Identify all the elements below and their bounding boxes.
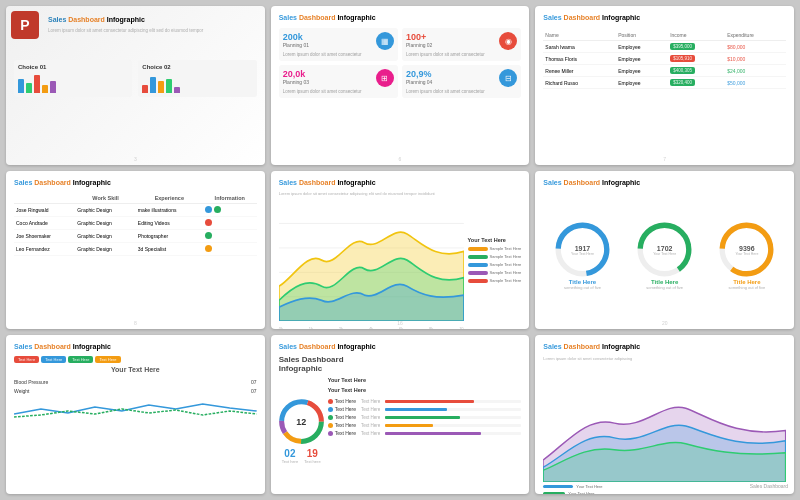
plan-label-3: Planning 03	[283, 79, 309, 85]
slide-8-title: Sales Dashboard Infographic	[279, 343, 522, 351]
employee-name: Richard Russo	[543, 77, 616, 89]
dot-5	[328, 431, 333, 436]
donut-sub-2: something out of five	[626, 285, 704, 290]
data-sublabel-4: Text Here	[361, 423, 380, 428]
plan-card-1: 200k Planning 01 ▦ Lorem ipsum dolor sit…	[279, 28, 398, 61]
data-items: Your Text Here Your Text Here Text Here …	[328, 377, 522, 486]
plan-number-2: 100+	[406, 32, 432, 42]
big-num-label-1: Text here	[282, 459, 298, 464]
employee-income: $395,000	[668, 41, 725, 53]
donut-text-1: Your Text Here	[571, 251, 594, 255]
dot-2	[328, 407, 333, 412]
plan-number-1: 200k	[283, 32, 309, 42]
employee-name: Thomas Floris	[543, 53, 616, 65]
data-sublabel-1: Text Here	[361, 399, 380, 404]
employee-name: Renee Miller	[543, 65, 616, 77]
col-position: Position	[616, 30, 668, 41]
person-name: Joe Shoemaker	[14, 230, 75, 243]
slide-number: 20	[662, 320, 668, 326]
health-val-1: 07	[242, 379, 257, 385]
legend-item-1: Sample Text Here	[468, 246, 522, 251]
tag-3: Text Here	[68, 356, 93, 363]
slide-number: 6	[399, 156, 402, 162]
person-skill: Graphic Design	[75, 217, 135, 230]
person-checks	[203, 204, 257, 217]
slide-8-main-title: Sales DashboardInfographic	[279, 356, 522, 374]
tag-2: Text Here	[41, 356, 66, 363]
donuts-container: 1917 Your Text Here Title Here something…	[543, 191, 786, 321]
big-num-1: 02 Text here	[282, 448, 298, 464]
person-skill: Graphic Design	[75, 204, 135, 217]
legend-color	[468, 279, 488, 283]
big-num-label-2: Text here	[304, 459, 320, 464]
list-item: Joe Shoemaker Graphic Design Photographe…	[14, 230, 257, 243]
slide-number: 3	[134, 156, 137, 162]
data-bar-1	[385, 400, 521, 403]
data-bar-3	[385, 416, 521, 419]
slide-1-title: Sales Dashboard Infographic	[48, 16, 257, 24]
donut-1: 1917 Your Text Here Title Here something…	[543, 222, 621, 290]
slide-2-title: Sales Dashboard Infographic	[279, 14, 522, 22]
donut-text-2: Your Text Here	[653, 251, 676, 255]
plan-icon-1: ▦	[376, 32, 394, 50]
person-skill: Graphic Design	[75, 230, 135, 243]
health-label-1: Blood Pressure	[14, 379, 59, 385]
dot-1	[328, 399, 333, 404]
plan-desc-2: Lorem ipsum dolor sit amet consectetur	[406, 52, 517, 57]
person-skill: Graphic Design	[75, 243, 135, 256]
health-bars: Blood Pressure 07 Weight 07	[14, 379, 257, 486]
data-item-2: Text Here Text Here	[328, 406, 522, 412]
plan-number-4: 20,9%	[406, 69, 432, 79]
bar	[174, 87, 180, 93]
person-name: Jose Ringwald	[14, 204, 75, 217]
person-exp: Photographer	[136, 230, 203, 243]
bar	[34, 75, 40, 93]
person-exp: make illustrations	[136, 204, 203, 217]
main-label: Your Text Here	[14, 366, 257, 373]
list-item: Leo Fernandez Graphic Design 3d Speciali…	[14, 243, 257, 256]
col-experience: Experience	[136, 193, 203, 204]
col-expenditure: Expenditure	[725, 30, 786, 41]
big-num-2: 19 Text here	[304, 448, 320, 464]
legend-label: Sample Text Here	[490, 270, 522, 275]
donut-center-num: 12	[296, 417, 306, 427]
person-name: Leo Fernandez	[14, 243, 75, 256]
employee-table: Name Position Income Expenditure Sarah I…	[543, 30, 786, 89]
area-chart: 0k1k2k4k6k8k10	[279, 199, 464, 321]
bar	[50, 81, 56, 93]
powerpoint-icon: P	[11, 11, 39, 39]
plan-label-2: Planning 02	[406, 42, 432, 48]
plan-card-3: 20,0k Planning 03 ⊞ Lorem ipsum dolor si…	[279, 65, 398, 98]
employee-exp: $10,000	[725, 53, 786, 65]
slide-6-title: Sales Dashboard Infographic	[543, 179, 786, 187]
slide-5-title: Sales Dashboard Infographic	[279, 179, 522, 187]
legend-color	[468, 263, 488, 267]
choices-container: Choice 01 Choice 02	[14, 60, 257, 97]
legend-title: Your Text Here	[468, 237, 522, 243]
legend-label: Sample Text Here	[490, 278, 522, 283]
data-sublabel-3: Text Here	[361, 415, 380, 420]
tag-4: Text Here	[95, 356, 120, 363]
donut-sub-1: something out of five	[543, 285, 621, 290]
slide-6: Sales Dashboard Infographic 1917 Your Te…	[535, 171, 794, 330]
skills-table: Work Skill Experience Information Jose R…	[14, 193, 257, 256]
donut-2: 1702 Your Text Here Title Here something…	[626, 222, 704, 290]
slide-8: Sales Dashboard Infographic Sales Dashbo…	[271, 335, 530, 494]
donut-chart-1: 1917 Your Text Here	[555, 222, 610, 277]
employee-exp: $50,000	[725, 77, 786, 89]
data-item-5: Text Here Text Here	[328, 430, 522, 436]
col-skill: Work Skill	[75, 193, 135, 204]
slide-1: P Sales Dashboard Infographic Lorem ipsu…	[6, 6, 265, 165]
plan-label-1: Planning 01	[283, 42, 309, 48]
line-chart-small	[14, 399, 257, 419]
list-item: Jose Ringwald Graphic Design make illust…	[14, 204, 257, 217]
employee-position: Employee	[616, 77, 668, 89]
person-exp: Editing Videos	[136, 217, 203, 230]
health-item-2: Weight 07	[14, 388, 257, 394]
employee-exp: $80,000	[725, 41, 786, 53]
donut-chart-2: 1702 Your Text Here	[637, 222, 692, 277]
legend-label: Sample Text Here	[490, 262, 522, 267]
dot-3	[328, 415, 333, 420]
slide-2: Sales Dashboard Infographic 200k Plannin…	[271, 6, 530, 165]
plan-card-2: 100+ Planning 02 ◉ Lorem ipsum dolor sit…	[402, 28, 521, 61]
